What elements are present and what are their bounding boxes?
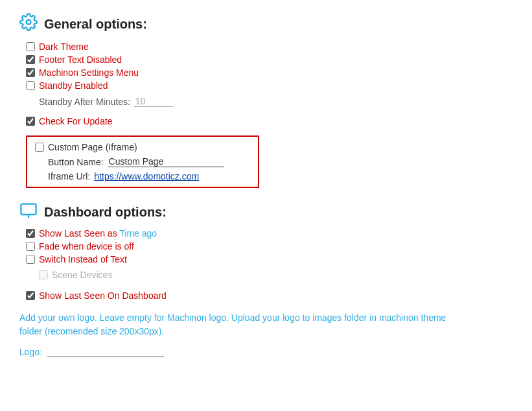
show-last-seen-label[interactable]: Show Last Seen as Time ago (39, 228, 157, 239)
standby-minutes-row: Standby After Minutes: (39, 96, 513, 107)
standby-minutes-input[interactable] (134, 96, 173, 107)
standby-enabled-option: Standby Enabled (26, 80, 513, 91)
iframe-url-value: https://www.domoticz.com (94, 171, 199, 182)
svg-rect-1 (21, 204, 36, 215)
switch-instead-checkbox[interactable] (26, 255, 35, 264)
general-options-title: General options: (44, 17, 147, 32)
general-options-list: Dark Theme Footer Text Disabled Machinon… (26, 41, 513, 91)
dashboard-options-section: Dashboard options: Show Last Seen as Tim… (19, 202, 513, 301)
fade-when-off-checkbox[interactable] (26, 242, 35, 251)
logo-label: Logo: (19, 347, 42, 357)
standby-minutes-label: Standby After Minutes: (39, 97, 130, 107)
dashboard-options-header: Dashboard options: (19, 202, 513, 222)
show-last-seen-checkbox[interactable] (26, 229, 35, 238)
machinon-settings-menu-label[interactable]: Machinon Settings Menu (39, 67, 139, 78)
fade-when-off-label[interactable]: Fade when device is off (39, 241, 134, 252)
machinon-settings-menu-checkbox[interactable] (26, 68, 35, 77)
general-options-header: General options: (19, 13, 513, 35)
dashboard-options-title: Dashboard options: (44, 205, 167, 220)
show-last-seen-text: Show Last Seen as (39, 228, 119, 239)
standby-enabled-checkbox[interactable] (26, 81, 35, 90)
time-ago-highlight: Time ago (119, 228, 157, 239)
check-for-update-checkbox[interactable] (26, 117, 35, 126)
button-name-label: Button Name: (48, 157, 104, 167)
logo-input[interactable] (47, 346, 164, 357)
svg-point-0 (27, 20, 31, 25)
scene-devices-checkbox (39, 270, 48, 279)
logo-info-text: Add your own logo. Leave empty for Machi… (19, 311, 460, 338)
scene-devices-row: Scene Devices (39, 270, 513, 280)
footer-text-disabled-label[interactable]: Footer Text Disabled (39, 54, 122, 65)
custom-page-row: Custom Page (Iframe) (35, 142, 250, 152)
iframe-url-row: Iframe Url: https://www.domoticz.com (48, 171, 250, 182)
show-last-seen-dashboard-label[interactable]: Show Last Seen On Dashboard (39, 290, 167, 301)
show-last-seen-dashboard-checkbox[interactable] (26, 291, 35, 300)
button-name-row: Button Name: (48, 156, 250, 167)
check-update-list: Check For Update (26, 116, 513, 126)
fade-when-off-option: Fade when device is off (26, 241, 513, 252)
dark-theme-checkbox[interactable] (26, 42, 35, 51)
footer-text-option: Footer Text Disabled (26, 54, 513, 65)
monitor-icon (19, 202, 38, 222)
logo-section: Add your own logo. Leave empty for Machi… (19, 311, 513, 357)
show-last-seen-option: Show Last Seen as Time ago (26, 228, 513, 239)
show-last-seen-dashboard-list: Show Last Seen On Dashboard (26, 290, 513, 301)
check-for-update-option: Check For Update (26, 116, 513, 126)
custom-page-box: Custom Page (Iframe) Button Name: Iframe… (26, 135, 259, 188)
button-name-input[interactable] (108, 156, 224, 167)
show-last-seen-dashboard-option: Show Last Seen On Dashboard (26, 290, 513, 301)
switch-instead-option: Switch Instead of Text (26, 254, 513, 264)
standby-enabled-label[interactable]: Standby Enabled (39, 80, 108, 91)
check-for-update-label[interactable]: Check For Update (39, 116, 113, 126)
dark-theme-option: Dark Theme (26, 41, 513, 52)
gear-icon (19, 13, 38, 35)
footer-text-disabled-checkbox[interactable] (26, 55, 35, 64)
machinon-settings-option: Machinon Settings Menu (26, 67, 513, 78)
dark-theme-label[interactable]: Dark Theme (39, 41, 89, 52)
iframe-url-label: Iframe Url: (48, 171, 90, 182)
scene-devices-label: Scene Devices (52, 270, 112, 280)
dashboard-options-list: Show Last Seen as Time ago Fade when dev… (26, 228, 513, 264)
general-options-section: General options: Dark Theme Footer Text … (19, 13, 513, 192)
custom-page-checkbox[interactable] (35, 143, 44, 152)
logo-row: Logo: (19, 346, 513, 357)
switch-instead-label[interactable]: Switch Instead of Text (39, 254, 127, 264)
custom-page-label[interactable]: Custom Page (Iframe) (48, 142, 137, 152)
